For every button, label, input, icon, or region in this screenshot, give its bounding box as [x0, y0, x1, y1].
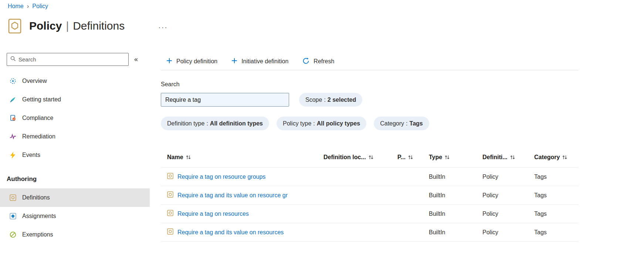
sort-icon: [445, 155, 450, 160]
refresh-button[interactable]: Refresh: [302, 57, 334, 66]
definition-search-input[interactable]: [161, 93, 289, 107]
definitions-icon: [9, 194, 17, 201]
toolbar-button-label: Initiative definition: [241, 58, 288, 65]
page-title-primary: Policy: [29, 20, 62, 32]
sidebar-item-assignments[interactable]: Assignments: [0, 207, 150, 225]
toolbar-button-label: Policy definition: [176, 58, 217, 65]
cell-type: BuiltIn: [429, 192, 482, 199]
table-body: Require a tag on resource groups BuiltIn…: [161, 167, 579, 242]
filter-pill-separator: :: [324, 97, 325, 103]
column-header-label: Definiti...: [482, 154, 508, 161]
table-header-row: Name Definition loc...: [161, 147, 579, 167]
definition-link[interactable]: Require a tag on resources: [177, 211, 249, 217]
sidebar-item-getting-started[interactable]: Getting started: [0, 90, 150, 109]
sidebar-nav: Overview Getting started: [0, 72, 150, 244]
policy-definition-icon: [167, 210, 173, 218]
filter-pill-category[interactable]: Category : Tags: [374, 117, 429, 130]
page-title: Policy | Definitions: [29, 20, 125, 32]
sidebar: « Overview Getting s: [0, 53, 150, 244]
cell-type: BuiltIn: [429, 174, 482, 180]
sidebar-section-authoring: Authoring: [0, 170, 150, 188]
filter-pill-scope[interactable]: Scope : 2 selected: [299, 93, 362, 107]
policy-definition-button[interactable]: Policy definition: [166, 58, 217, 65]
sort-icon: [510, 155, 515, 160]
sidebar-item-exemptions[interactable]: Exemptions: [0, 225, 150, 244]
sort-icon: [186, 155, 191, 160]
policy-definition-icon: [167, 228, 173, 236]
breadcrumb-home-link[interactable]: Home: [8, 3, 24, 10]
cell-definition-type: Policy: [482, 174, 534, 180]
filter-pill-policy-type[interactable]: Policy type : All policy types: [277, 117, 366, 130]
filter-pill-value: All definition types: [210, 120, 263, 127]
filter-pill-separator: :: [406, 120, 407, 127]
column-header-name[interactable]: Name: [161, 154, 323, 161]
sidebar-item-label: Exemptions: [22, 231, 53, 238]
cell-category: Tags: [534, 192, 579, 199]
sidebar-item-overview[interactable]: Overview: [0, 72, 150, 90]
filter-pill-definition-type[interactable]: Definition type : All definition types: [161, 117, 269, 130]
policy-definition-icon: [167, 173, 173, 181]
cell-category: Tags: [534, 211, 579, 217]
cell-definition-type: Policy: [482, 229, 534, 236]
column-header-category[interactable]: Category: [534, 154, 579, 161]
table-row[interactable]: Require a tag and its value on resource …: [161, 186, 579, 205]
sidebar-item-label: Assignments: [22, 213, 56, 219]
filter-pill-value: Tags: [410, 120, 423, 127]
cell-definition-type: Policy: [482, 192, 534, 199]
table-row[interactable]: Require a tag on resource groups BuiltIn…: [161, 168, 579, 186]
page-title-secondary: Definitions: [73, 20, 125, 32]
definitions-table: Name Definition loc...: [161, 147, 579, 242]
initiative-definition-button[interactable]: Initiative definition: [231, 58, 288, 65]
column-header-label: Category: [534, 154, 560, 161]
search-field-label: Search: [161, 81, 579, 88]
sidebar-item-label: Overview: [22, 78, 47, 84]
sidebar-item-label: Definitions: [22, 194, 50, 201]
breadcrumb-policy-link[interactable]: Policy: [32, 3, 48, 10]
search-icon: [10, 56, 16, 63]
definition-link[interactable]: Require a tag and its value on resources: [177, 229, 284, 236]
sidebar-item-label: Events: [22, 152, 40, 158]
sidebar-item-events[interactable]: Events: [0, 146, 150, 164]
table-row[interactable]: Require a tag on resources BuiltIn Polic…: [161, 205, 579, 223]
refresh-icon: [302, 57, 309, 66]
sidebar-item-compliance[interactable]: Compliance: [0, 109, 150, 127]
sidebar-search-row: «: [0, 53, 150, 66]
exemptions-icon: [9, 231, 17, 238]
filter-pill-label: Definition type: [167, 120, 204, 127]
more-actions-button[interactable]: ···: [158, 23, 168, 31]
policy-page-icon: [8, 17, 23, 34]
column-header-type[interactable]: Type: [429, 154, 482, 161]
policy-definition-icon: [167, 191, 173, 199]
sidebar-search-input[interactable]: [18, 56, 125, 63]
chevron-right-icon: ›: [27, 3, 29, 10]
plus-icon: [166, 58, 172, 65]
sort-icon: [562, 155, 567, 160]
filter-pill-value: 2 selected: [328, 97, 356, 103]
column-header-definition-type[interactable]: Definiti...: [482, 154, 534, 161]
sidebar-item-definitions[interactable]: Definitions: [0, 188, 150, 207]
table-row[interactable]: Require a tag and its value on resources…: [161, 223, 579, 242]
filter-pill-value: All policy types: [317, 120, 360, 127]
toolbar-button-label: Refresh: [313, 58, 334, 65]
cell-type: BuiltIn: [429, 229, 482, 236]
column-header-definition-location[interactable]: Definition loc...: [323, 154, 397, 161]
sidebar-item-label: Getting started: [22, 96, 61, 103]
sidebar-item-label: Compliance: [22, 115, 53, 121]
sidebar-search-box[interactable]: [7, 53, 129, 66]
filter-pill-label: Policy type: [283, 120, 311, 127]
filter-pill-separator: :: [313, 120, 315, 127]
column-header-policies[interactable]: P...: [397, 154, 429, 161]
sidebar-item-remediation[interactable]: Remediation: [0, 127, 150, 146]
cell-category: Tags: [534, 229, 579, 236]
plus-icon: [231, 58, 237, 65]
sidebar-item-label: Remediation: [22, 133, 55, 140]
column-header-label: P...: [397, 154, 406, 161]
command-bar: Policy definition Initiative definition: [161, 53, 579, 70]
filter-row-1: Scope : 2 selected: [161, 93, 579, 107]
definition-link[interactable]: Require a tag on resource groups: [177, 174, 265, 180]
sidebar-collapse-button[interactable]: «: [134, 56, 138, 63]
getting-started-icon: [9, 96, 17, 103]
cell-definition-type: Policy: [482, 211, 534, 217]
definition-link[interactable]: Require a tag and its value on resource …: [177, 192, 288, 199]
main-content: Policy definition Initiative definition: [161, 53, 579, 242]
